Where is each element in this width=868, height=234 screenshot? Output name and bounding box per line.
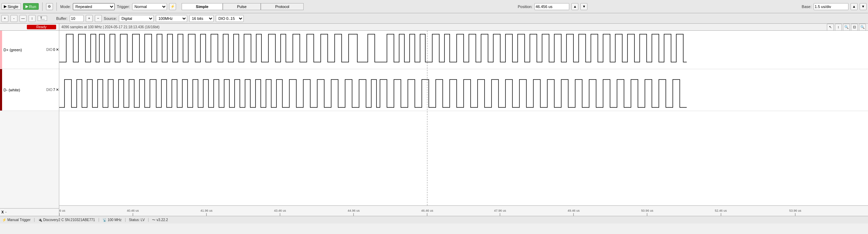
run-icon: ▶ <box>25 4 28 9</box>
position-label: Position: <box>518 5 532 9</box>
channel-list: Ready D+ (green) DIO 0 ✕ D- (white) DIO … <box>0 24 59 216</box>
position-down[interactable]: ▼ <box>580 3 587 10</box>
lv-status: Status: LV <box>125 218 149 222</box>
ruler-tick: 43.46 us <box>274 209 286 216</box>
buffer-add[interactable]: + <box>86 15 93 22</box>
trigger-group: Trigger: Normal Auto <box>117 3 167 10</box>
wave-icon: 〜 <box>152 218 155 222</box>
time-ruler: 38.96 us 40.46 us 41.96 us 43.46 us 44.9… <box>59 205 868 216</box>
bits-select[interactable]: 16 bits <box>189 15 214 22</box>
second-toolbar: + - — ↕ T... Buffer: + − Source: Digital… <box>0 13 868 24</box>
source-label: Source: <box>104 16 117 21</box>
ruler-tick: 46.46 us <box>421 209 433 216</box>
ruler-tick: 41.96 us <box>200 209 213 216</box>
mode-label: Mode: <box>60 5 71 9</box>
waveform-icons: ↖ ↕ 🔍 ⊡ 🔍 <box>827 24 866 31</box>
channel-empty-area <box>0 111 59 208</box>
ruler-tick: 50.96 us <box>641 209 653 216</box>
waveform-area: 4096 samples at 100 MHz | 2024-05-17 21:… <box>59 24 868 216</box>
base-label: Base: <box>802 5 812 9</box>
manual-trigger-status: ⚡ Manual Trigger <box>2 218 35 222</box>
freq-select[interactable]: 100MHz <box>156 15 187 22</box>
ruler-tick: 44.96 us <box>348 209 360 216</box>
channel-row-1: D+ (green) DIO 0 ✕ <box>0 31 59 69</box>
tab-protocol[interactable]: Protocol <box>261 3 303 10</box>
zoom-reset-icon[interactable]: ⊡ <box>851 24 858 31</box>
waveform-info-text: 4096 samples at 100 MHz | 2024-05-17 21:… <box>61 25 160 29</box>
marker-icon[interactable]: ↕ <box>835 24 842 31</box>
version-status: 〜 v3.22.2 <box>149 218 168 222</box>
device-label: Discovery2 C SN:210321ABE771 <box>43 218 95 222</box>
ch2-name: D- (white) <box>3 88 20 92</box>
freq-label: 100 MHz <box>108 218 122 222</box>
position-up[interactable]: ▲ <box>571 3 578 10</box>
ruler-tick: 49.46 us <box>568 209 580 216</box>
status-badge: Ready <box>27 25 56 29</box>
waveform-canvas[interactable] <box>59 31 868 205</box>
trigger-select[interactable]: Normal Auto <box>132 3 167 10</box>
run-button[interactable]: ▶ Run <box>23 3 39 10</box>
single-button[interactable]: ▶ Single <box>1 3 21 10</box>
freq-status: 📡 100 MHz <box>99 218 125 222</box>
mode-group: Mode: Repeated Single <box>60 3 115 10</box>
zoom-out-icon[interactable]: 🔍 <box>859 24 866 31</box>
device-icon: 🔌 <box>38 218 42 222</box>
add-channel-button[interactable]: + <box>1 15 8 22</box>
ruler-tick: 53.96 us <box>789 209 801 216</box>
waveform-svg <box>59 31 868 205</box>
lv-label: Status: LV <box>129 218 145 222</box>
ch1-waveform <box>59 34 687 62</box>
x-label: X <box>1 210 4 214</box>
ch1-pin-label: DIO <box>46 48 53 52</box>
base-group: Base: ▲ ▼ <box>802 3 867 10</box>
base-down[interactable]: ▼ <box>860 3 867 10</box>
tab-bar: Simple Pulse Protocol <box>182 3 304 10</box>
buffer-group: Buffer: + − <box>56 15 101 22</box>
x-minus-icon[interactable]: − <box>5 211 7 214</box>
ch2-pin-label: DIO <box>46 88 53 92</box>
tab-simple[interactable]: Simple <box>182 3 223 10</box>
device-status: 🔌 Discovery2 C SN:210321ABE771 <box>35 218 99 222</box>
base-input[interactable] <box>814 3 848 10</box>
trigger-label: Trigger: <box>117 5 130 9</box>
run-label: Run <box>29 5 36 9</box>
cursor-tool-icon[interactable]: ↖ <box>827 24 834 31</box>
remove-channel-button[interactable]: - <box>10 15 17 22</box>
ch1-name: D+ (green) <box>3 48 22 52</box>
position-group: Position: ▲ ▼ <box>518 3 587 10</box>
base-up[interactable]: ▲ <box>851 3 858 10</box>
ruler-tick: 47.96 us <box>494 209 506 216</box>
source-select[interactable]: Digital Analog <box>119 15 154 22</box>
settings-icon[interactable]: ⚙ <box>46 3 53 10</box>
freq-icon: 📡 <box>102 218 107 222</box>
zoom-in-icon[interactable]: 🔍 <box>843 24 850 31</box>
version-label: v3.22.2 <box>157 218 168 222</box>
trigger-icon[interactable]: ⚡ <box>169 3 176 10</box>
buffer-label: Buffer: <box>56 16 67 21</box>
ch2-pin-num: 7 <box>53 88 55 92</box>
buffer-input[interactable] <box>70 15 84 22</box>
ruler-tick: 52.46 us <box>715 209 727 216</box>
dio-select[interactable]: DIO 0..15 <box>216 15 244 22</box>
ch2-close-icon[interactable]: ✕ <box>56 88 59 92</box>
sep1 <box>42 2 43 11</box>
mode-select[interactable]: Repeated Single <box>73 3 115 10</box>
buffer-remove[interactable]: − <box>95 15 102 22</box>
source-group: Source: Digital Analog <box>104 15 154 22</box>
tab-pulse[interactable]: Pulse <box>223 3 261 10</box>
ch1-pin-num: 0 <box>53 48 55 52</box>
cursor-icon[interactable]: ↕ <box>29 15 36 22</box>
ch1-close-icon[interactable]: ✕ <box>56 47 59 52</box>
line-icon[interactable]: — <box>20 15 26 22</box>
ruler-tick: 40.46 us <box>127 209 139 216</box>
trigger-icon-status: ⚡ <box>2 218 6 222</box>
x-row: X − <box>0 208 59 216</box>
manual-trigger-label: Manual Trigger <box>7 218 31 222</box>
ch2-color-bar <box>0 69 2 111</box>
t-button[interactable]: T... <box>38 16 47 21</box>
position-input[interactable] <box>534 3 569 10</box>
status-bar: ⚡ Manual Trigger 🔌 Discovery2 C SN:21032… <box>0 216 868 224</box>
single-icon: ▶ <box>4 4 7 9</box>
main-toolbar: ▶ Single ▶ Run ⚙ Mode: Repeated Single T… <box>0 0 868 13</box>
channel-list-header: Ready <box>0 24 59 31</box>
